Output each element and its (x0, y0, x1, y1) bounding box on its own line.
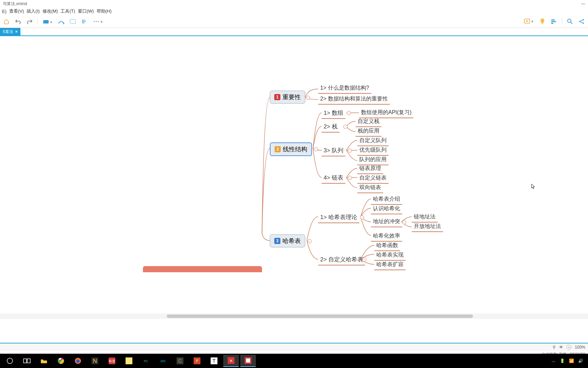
leaf-node[interactable]: 栈的应用 (356, 127, 381, 137)
svg-text:P: P (196, 359, 198, 363)
sub-node[interactable]: 3> 队列 (322, 146, 345, 156)
app-icon[interactable] (87, 355, 103, 367)
redo-icon[interactable] (26, 18, 33, 25)
topic-label: 哈希表 (282, 237, 301, 245)
gantt-icon[interactable] (550, 18, 558, 25)
sub-node[interactable]: 1> 数组 (322, 108, 345, 119)
battery-icon[interactable]: 🔋 (560, 358, 565, 363)
collapse-toggle[interactable]: − (360, 215, 364, 219)
pycharm-icon[interactable]: PC (138, 355, 154, 367)
relation-icon[interactable] (58, 18, 65, 25)
undo-icon[interactable] (14, 18, 22, 25)
tab-strip: 5算法 × (0, 28, 588, 36)
topic-linear-structure[interactable]: 2 线性结构 (270, 142, 312, 156)
svg-rect-8 (551, 23, 553, 24)
menu-tools[interactable]: 工具(T) (60, 8, 76, 14)
filter-icon[interactable]: ⚲ (553, 345, 556, 350)
task-view-icon[interactable] (19, 355, 35, 367)
collapse-toggle[interactable]: − (314, 147, 318, 151)
leaf-node[interactable]: 链地址法 (412, 213, 438, 223)
horizontal-scrollbar[interactable] (0, 313, 588, 319)
xmind-icon[interactable]: ✕ (223, 355, 239, 367)
menu-window[interactable]: 窗口(W) (77, 8, 95, 14)
leaf-node[interactable]: 链表原理 (357, 164, 383, 174)
wifi-icon[interactable]: 📶 (569, 358, 574, 363)
tray-chevron-icon[interactable]: ︿ (552, 358, 556, 364)
camtasia-icon[interactable]: C (172, 355, 188, 367)
svg-point-12 (583, 22, 584, 24)
menu-edit[interactable]: E) (1, 9, 7, 14)
title-bar: 与算法.xmind — (0, 0, 588, 7)
more-icon[interactable] (92, 18, 104, 25)
sticky-notes-icon[interactable] (121, 355, 137, 367)
boundary-icon[interactable] (69, 18, 77, 25)
leaf-node[interactable]: 自定义队列 (357, 136, 389, 146)
text-icon[interactable]: T (206, 355, 222, 367)
menu-modify[interactable]: 修改(M) (42, 8, 59, 14)
collapse-toggle[interactable]: − (343, 125, 347, 129)
topic-icon[interactable] (42, 18, 53, 25)
topic-importance[interactable]: 1 重要性 (270, 91, 305, 104)
menu-insert[interactable]: 插入(I) (26, 8, 40, 14)
chrome-icon[interactable] (53, 355, 69, 367)
status-bar: ⚲ 👁 − 100% (0, 343, 588, 351)
file-explorer-icon[interactable] (36, 355, 52, 367)
topic-hashtable[interactable]: 3 哈希表 (270, 234, 305, 247)
leaf-node[interactable]: 哈希化效率 (371, 232, 402, 242)
root-node-partial[interactable] (143, 266, 262, 272)
svg-point-4 (98, 21, 99, 22)
sub-node[interactable]: 4> 链表 (322, 173, 345, 184)
sub-node[interactable]: 1> 哈希表理论 (318, 213, 359, 223)
cursor-icon (530, 183, 536, 190)
powerpoint-icon[interactable]: P (189, 355, 205, 367)
leaf-node[interactable]: 1> 什么是数据结构? (318, 84, 371, 94)
eye-icon[interactable]: 👁 (559, 345, 563, 350)
webstorm-icon[interactable]: WS (155, 355, 171, 367)
sub-node[interactable]: 2> 自定义哈希表 (318, 255, 365, 265)
collapse-toggle[interactable]: − (362, 258, 366, 262)
collapse-toggle[interactable]: − (308, 239, 312, 243)
sub-node[interactable]: 2> 栈 (322, 122, 340, 133)
home-icon[interactable] (3, 18, 10, 25)
minimize-button[interactable]: — (581, 1, 585, 6)
leaf-node[interactable]: 自定义链表 (357, 174, 389, 184)
share-icon[interactable] (578, 18, 585, 25)
leaf-node[interactable]: 自定义栈 (356, 117, 381, 127)
menu-help[interactable]: 帮助(H) (96, 8, 112, 14)
recorder-icon[interactable] (240, 355, 256, 367)
separator (37, 18, 38, 25)
collapse-toggle[interactable]: − (347, 111, 351, 115)
leaf-node[interactable]: 数组使用的API(复习) (359, 108, 413, 118)
leaf-node[interactable]: 优先级队列 (357, 146, 389, 156)
menu-view[interactable]: 查看(V) (9, 8, 24, 14)
document-tab[interactable]: 5算法 × (0, 28, 20, 35)
svg-rect-1 (70, 19, 76, 24)
leaf-node[interactable]: 双向链表 (357, 183, 383, 193)
leaf-node[interactable]: 哈希函数 (374, 241, 400, 251)
leaf-node[interactable]: 认识哈希化 (371, 204, 402, 214)
collapse-toggle[interactable]: − (348, 149, 352, 153)
collapse-toggle[interactable]: − (306, 96, 310, 100)
scrollbar-thumb[interactable] (167, 315, 473, 318)
summary-icon[interactable] (81, 18, 88, 25)
present-icon[interactable] (523, 18, 535, 25)
zoom-level[interactable]: 100% (575, 345, 585, 350)
tab-close-icon[interactable]: × (15, 29, 18, 34)
collapse-toggle[interactable]: − (348, 176, 352, 180)
collapse-toggle[interactable]: − (402, 220, 406, 224)
firefox-icon[interactable] (70, 355, 86, 367)
idea-icon[interactable] (539, 18, 546, 25)
mindmap-canvas[interactable]: 1 重要性 − 1> 什么是数据结构? 2> 数据结构和算法的重要性 2 线性结… (0, 36, 588, 319)
volume-icon[interactable]: 🔊 (578, 358, 583, 363)
leaf-node[interactable]: 开放地址法 (412, 222, 443, 232)
leaf-node[interactable]: 哈希表实现 (374, 251, 406, 261)
app-icon[interactable]: 有道 (104, 355, 120, 367)
zoom-out-button[interactable]: − (567, 345, 571, 350)
leaf-node[interactable]: 哈希表介绍 (371, 195, 402, 205)
leaf-node[interactable]: 哈希表扩容 (374, 260, 406, 270)
leaf-node[interactable]: 2> 数据结构和算法的重要性 (318, 95, 390, 105)
leaf-node[interactable]: 队列的应用 (357, 155, 389, 165)
leaf-node[interactable]: 地址的冲突 (371, 217, 402, 227)
start-button[interactable] (2, 355, 18, 367)
search-icon[interactable] (566, 18, 574, 25)
